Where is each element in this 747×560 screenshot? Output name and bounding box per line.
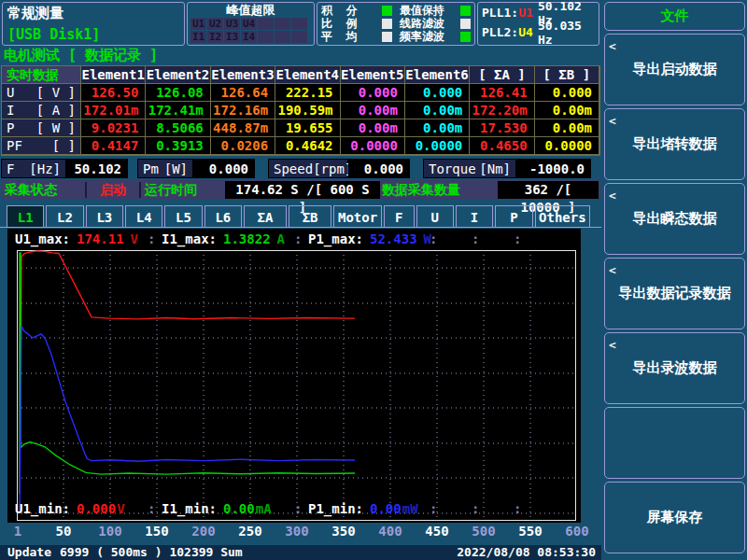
sidebar-button-export-stall-data[interactable]: <导出堵转数据 (604, 108, 745, 180)
max-label: P1_max: (308, 231, 363, 246)
min-unit: V (117, 501, 124, 516)
separator-colon: : (472, 231, 479, 246)
separator-colon: : (294, 501, 302, 516)
tab-l4[interactable]: L4 (125, 205, 162, 228)
peak-limit-row: I1I2I3I4 (188, 31, 314, 43)
row-name: PF (7, 137, 22, 154)
tab-l6[interactable]: L6 (204, 205, 242, 228)
scalar-name: Pm (143, 161, 159, 176)
peak-cell-i1: I1 (190, 31, 206, 43)
column-header: Element6 (405, 66, 470, 84)
separator-colon: : (514, 501, 521, 516)
value-cell: 0.0000 (535, 137, 599, 155)
indicator-led (382, 19, 392, 29)
tab-σb[interactable]: ΣB (289, 205, 331, 228)
curve-p1 (19, 326, 355, 512)
scalar-label-torque: Torque[Nm] (423, 159, 516, 178)
tab-f[interactable]: F (384, 205, 415, 228)
max-value: 174.11 (77, 231, 124, 246)
peak-cell-empty (258, 18, 274, 30)
x-tick-150: 150 (145, 524, 168, 539)
row-name: I (7, 102, 14, 119)
indicator-label: 频率滤波 (400, 29, 444, 45)
min-value: 0.00 (370, 501, 402, 516)
indicator-columns: 积 分比 例平 均最值保持线路滤波频率滤波 (317, 3, 474, 45)
value-cell: 172.20m (470, 102, 534, 119)
indicator-off: 平 均 (321, 31, 392, 43)
scalar-label-pm: Pm[W] (137, 159, 193, 178)
pll-line: PLL2:U450.035 Hz (478, 22, 599, 42)
indicator-led (460, 32, 471, 42)
x-tick-600: 600 (565, 524, 588, 539)
chevron-left-icon: < (609, 263, 616, 277)
tab-u[interactable]: U (416, 205, 454, 228)
row-name: P (7, 119, 14, 136)
tab-l2[interactable]: L2 (46, 205, 83, 228)
row-label: I[ A ] (2, 102, 81, 119)
value-cell: 448.87m (211, 119, 275, 137)
status-bar: Update 6999 ( 500ms ) 102399 Sum 2022/08… (0, 545, 601, 560)
spacer (128, 159, 137, 178)
acq-status-value: 启动 (87, 182, 139, 199)
indicator-led (382, 32, 392, 42)
max-value: 52.433 (370, 231, 417, 246)
sidebar-button-export-transient-data[interactable]: <导出瞬态数据 (604, 183, 745, 255)
peak-cell-empty (291, 18, 307, 30)
value-cell: 19.655 (275, 119, 340, 137)
max-value: 1.3822 (223, 231, 271, 246)
row-name: U (7, 84, 14, 101)
scalar-value-speed: 0.000 (348, 159, 410, 178)
sidebar-button-screen-save[interactable]: 屏幕保存 (604, 482, 745, 553)
min-value: 0.00 (223, 501, 255, 516)
max-unit: A (277, 231, 285, 246)
separator-colon: : (148, 501, 155, 516)
peak-cell-u1: U1 (190, 18, 206, 30)
trend-chart: U1_max:174.11VI1_max:1.3822AP1_max:52.43… (7, 229, 581, 523)
peak-over-limit-grid: U1U2U3U4I1I2I3I4 (188, 18, 314, 43)
chevron-left-icon: < (609, 189, 616, 203)
acquisition-status-row: 采集状态 启动 运行时间 174.62 S /[ 600 S ] 数据采集数量 … (1, 180, 600, 200)
indicator-led (460, 6, 471, 16)
peak-cell-i3: I3 (224, 31, 240, 43)
column-header: Element5 (341, 66, 405, 84)
pll-label: PLL2: (482, 25, 518, 39)
sidebar-button-export-startup-data[interactable]: <导出启动数据 (604, 34, 745, 105)
scalar-readouts-row: F[Hz]50.102Pm[W]0.000Speed[rpm]0.000Torq… (1, 159, 600, 178)
page-title: 常规测量 (7, 5, 63, 22)
scalar-name: Torque (429, 161, 476, 176)
indicator-on: 频率滤波 (400, 31, 471, 43)
value-cell: 17.530 (470, 119, 534, 137)
x-tick-50: 50 (56, 524, 72, 539)
min-value: 0.000 (77, 501, 116, 516)
sidebar-button-export-datalog-data[interactable]: <导出数据记录数据 (604, 258, 745, 329)
x-tick-100: 100 (98, 524, 121, 539)
tab-l3[interactable]: L3 (86, 205, 123, 228)
tab-baseline (0, 227, 601, 228)
table-corner-label: 实时数据 (2, 66, 81, 84)
tab-p[interactable]: P (495, 205, 532, 228)
value-cell: 126.41 (470, 84, 534, 102)
peak-over-limit-title: 峰值超限 (188, 3, 314, 17)
tab-σa[interactable]: ΣA (244, 205, 287, 228)
tab-i[interactable]: I (456, 205, 493, 228)
indicator-column: 最值保持线路滤波频率滤波 (396, 3, 474, 45)
spacer (255, 159, 268, 178)
value-cell: 126.08 (146, 84, 210, 102)
sidebar-button-export-waveform-data[interactable]: <导出录波数据 (604, 332, 745, 404)
column-header: [ ΣA ] (470, 66, 534, 84)
tab-l5[interactable]: L5 (164, 205, 202, 228)
pll-lines: PLL1:U150.102 HzPLL2:U450.035 Hz (478, 3, 599, 42)
chart-max-labels: U1_max:174.11VI1_max:1.3822AP1_max:52.43… (7, 231, 581, 248)
value-cell: 0.00m (405, 102, 470, 119)
value-cell: 0.4147 (81, 137, 146, 155)
indicator-column: 积 分比 例平 均 (317, 3, 396, 45)
indicator-label: 平 均 (321, 29, 357, 45)
x-tick-200: 200 (191, 524, 215, 539)
tab-others[interactable]: Others (535, 205, 590, 228)
tab-motor[interactable]: Motor (333, 205, 382, 228)
runtime-value: 174.62 S /[ 600 S ] (225, 181, 380, 199)
value-cell: 0.3913 (146, 137, 210, 155)
sidebar-button-label: 屏幕保存 (647, 509, 703, 526)
tab-l1[interactable]: L1 (7, 205, 44, 228)
min-label: I1_min: (162, 501, 217, 516)
